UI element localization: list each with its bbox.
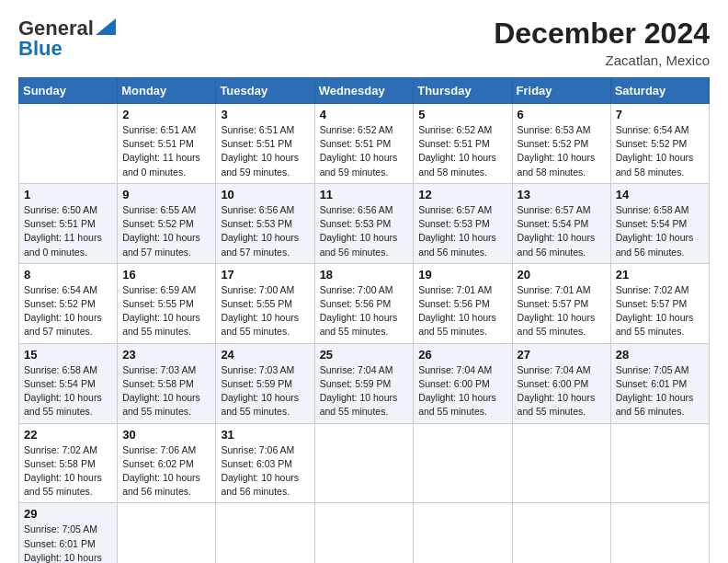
day-info: Sunrise: 7:04 AMSunset: 6:00 PMDaylight:…	[518, 363, 606, 419]
day-info: Sunrise: 6:51 AMSunset: 5:51 PMDaylight:…	[221, 123, 309, 179]
day-info: Sunrise: 6:57 AMSunset: 5:54 PMDaylight:…	[518, 203, 606, 259]
day-number: 28	[616, 348, 704, 362]
calendar-week-1: 1Sunrise: 6:50 AMSunset: 5:51 PMDaylight…	[19, 183, 710, 263]
calendar-cell: 27Sunrise: 7:04 AMSunset: 6:00 PMDayligh…	[512, 343, 610, 423]
col-sunday: Sunday	[19, 78, 118, 104]
calendar-header: Sunday Monday Tuesday Wednesday Thursday…	[19, 78, 710, 104]
day-info: Sunrise: 7:01 AMSunset: 5:57 PMDaylight:…	[518, 283, 606, 339]
day-number: 13	[518, 188, 606, 201]
day-info: Sunrise: 6:51 AMSunset: 5:51 PMDaylight:…	[122, 123, 210, 179]
calendar-cell: 30Sunrise: 7:06 AMSunset: 6:02 PMDayligh…	[118, 423, 216, 503]
day-number: 7	[616, 108, 704, 121]
calendar-cell: 7Sunrise: 6:54 AMSunset: 5:52 PMDaylight…	[610, 104, 709, 184]
day-info: Sunrise: 6:52 AMSunset: 5:51 PMDaylight:…	[320, 123, 409, 179]
calendar-cell: 11Sunrise: 6:56 AMSunset: 5:53 PMDayligh…	[314, 183, 414, 263]
calendar-cell	[512, 503, 610, 563]
day-number: 29	[24, 507, 112, 521]
day-info: Sunrise: 6:53 AMSunset: 5:52 PMDaylight:…	[518, 123, 606, 179]
calendar-cell: 1Sunrise: 6:50 AMSunset: 5:51 PMDaylight…	[19, 183, 118, 263]
logo-blue: Blue	[18, 37, 63, 61]
day-number: 10	[221, 188, 309, 201]
calendar-cell	[610, 423, 709, 503]
day-number: 16	[122, 268, 210, 282]
day-info: Sunrise: 7:04 AMSunset: 5:59 PMDaylight:…	[320, 363, 409, 419]
header: General Blue December 2024 Zacatlan, Mex…	[18, 17, 710, 68]
calendar-cell	[216, 503, 314, 563]
day-number: 3	[221, 108, 309, 121]
calendar-week-4: 22Sunrise: 7:02 AMSunset: 5:58 PMDayligh…	[19, 423, 710, 503]
main-title: December 2024	[494, 17, 710, 51]
day-info: Sunrise: 7:00 AMSunset: 5:55 PMDaylight:…	[221, 283, 309, 339]
day-info: Sunrise: 7:06 AMSunset: 6:03 PMDaylight:…	[221, 443, 309, 500]
col-monday: Monday	[118, 78, 216, 104]
calendar-cell: 18Sunrise: 7:00 AMSunset: 5:56 PMDayligh…	[314, 263, 414, 343]
calendar-table: Sunday Monday Tuesday Wednesday Thursday…	[18, 77, 710, 563]
day-info: Sunrise: 6:54 AMSunset: 5:52 PMDaylight:…	[616, 123, 704, 179]
calendar-cell: 6Sunrise: 6:53 AMSunset: 5:52 PMDaylight…	[512, 104, 610, 184]
day-number: 30	[122, 428, 210, 442]
calendar-cell: 15Sunrise: 6:58 AMSunset: 5:54 PMDayligh…	[19, 343, 118, 423]
day-number: 27	[518, 348, 606, 362]
calendar-cell: 2Sunrise: 6:51 AMSunset: 5:51 PMDaylight…	[118, 104, 216, 184]
calendar-cell	[19, 104, 118, 184]
svg-marker-0	[96, 18, 116, 35]
calendar-cell	[512, 423, 610, 503]
day-number: 1	[24, 188, 112, 201]
calendar-cell: 21Sunrise: 7:02 AMSunset: 5:57 PMDayligh…	[610, 263, 709, 343]
calendar-cell: 8Sunrise: 6:54 AMSunset: 5:52 PMDaylight…	[19, 263, 118, 343]
title-block: December 2024 Zacatlan, Mexico	[494, 17, 710, 68]
calendar-cell	[610, 503, 709, 563]
calendar-cell	[414, 423, 512, 503]
calendar-cell: 17Sunrise: 7:00 AMSunset: 5:55 PMDayligh…	[216, 263, 314, 343]
calendar-body: 2Sunrise: 6:51 AMSunset: 5:51 PMDaylight…	[19, 104, 710, 564]
calendar-cell: 24Sunrise: 7:03 AMSunset: 5:59 PMDayligh…	[216, 343, 314, 423]
day-info: Sunrise: 6:54 AMSunset: 5:52 PMDaylight:…	[24, 283, 112, 339]
col-wednesday: Wednesday	[314, 78, 414, 104]
logo-arrow-icon	[96, 18, 116, 35]
calendar-week-2: 8Sunrise: 6:54 AMSunset: 5:52 PMDaylight…	[19, 263, 710, 343]
day-number: 31	[221, 428, 309, 442]
day-info: Sunrise: 7:04 AMSunset: 6:00 PMDaylight:…	[418, 363, 506, 419]
subtitle: Zacatlan, Mexico	[494, 52, 710, 68]
day-number: 20	[518, 268, 606, 282]
logo: General Blue	[18, 17, 116, 61]
day-number: 23	[122, 348, 210, 362]
day-info: Sunrise: 6:50 AMSunset: 5:51 PMDaylight:…	[24, 203, 112, 259]
day-info: Sunrise: 7:02 AMSunset: 5:58 PMDaylight:…	[24, 443, 112, 500]
day-number: 18	[320, 268, 409, 282]
day-number: 11	[320, 188, 409, 201]
day-number: 15	[24, 348, 112, 362]
col-thursday: Thursday	[414, 78, 512, 104]
day-number: 14	[616, 188, 704, 201]
calendar-cell: 3Sunrise: 6:51 AMSunset: 5:51 PMDaylight…	[216, 104, 314, 184]
day-number: 25	[320, 348, 409, 362]
calendar-cell: 5Sunrise: 6:52 AMSunset: 5:51 PMDaylight…	[414, 104, 512, 184]
day-info: Sunrise: 6:59 AMSunset: 5:55 PMDaylight:…	[122, 283, 210, 339]
col-saturday: Saturday	[610, 78, 709, 104]
day-number: 24	[221, 348, 309, 362]
day-number: 12	[418, 188, 506, 201]
day-info: Sunrise: 7:05 AMSunset: 6:01 PMDaylight:…	[24, 523, 112, 563]
calendar-cell: 25Sunrise: 7:04 AMSunset: 5:59 PMDayligh…	[314, 343, 414, 423]
day-number: 8	[24, 268, 112, 282]
day-info: Sunrise: 6:57 AMSunset: 5:53 PMDaylight:…	[418, 203, 506, 259]
calendar-cell: 19Sunrise: 7:01 AMSunset: 5:56 PMDayligh…	[414, 263, 512, 343]
calendar-cell	[118, 503, 216, 563]
day-number: 19	[418, 268, 506, 282]
day-info: Sunrise: 6:58 AMSunset: 5:54 PMDaylight:…	[24, 363, 112, 419]
calendar-cell: 22Sunrise: 7:02 AMSunset: 5:58 PMDayligh…	[19, 423, 118, 503]
calendar-week-0: 2Sunrise: 6:51 AMSunset: 5:51 PMDaylight…	[19, 104, 710, 184]
page: General Blue December 2024 Zacatlan, Mex…	[0, 0, 728, 563]
day-number: 5	[418, 108, 506, 121]
day-info: Sunrise: 7:03 AMSunset: 5:58 PMDaylight:…	[122, 363, 210, 419]
calendar-cell: 9Sunrise: 6:55 AMSunset: 5:52 PMDaylight…	[118, 183, 216, 263]
col-tuesday: Tuesday	[216, 78, 314, 104]
calendar-cell: 23Sunrise: 7:03 AMSunset: 5:58 PMDayligh…	[118, 343, 216, 423]
day-number: 21	[616, 268, 704, 282]
calendar-cell: 29Sunrise: 7:05 AMSunset: 6:01 PMDayligh…	[19, 503, 118, 563]
calendar-cell: 4Sunrise: 6:52 AMSunset: 5:51 PMDaylight…	[314, 104, 414, 184]
calendar-cell	[314, 423, 414, 503]
day-info: Sunrise: 7:00 AMSunset: 5:56 PMDaylight:…	[320, 283, 409, 339]
day-info: Sunrise: 7:01 AMSunset: 5:56 PMDaylight:…	[418, 283, 506, 339]
day-info: Sunrise: 6:52 AMSunset: 5:51 PMDaylight:…	[418, 123, 506, 179]
